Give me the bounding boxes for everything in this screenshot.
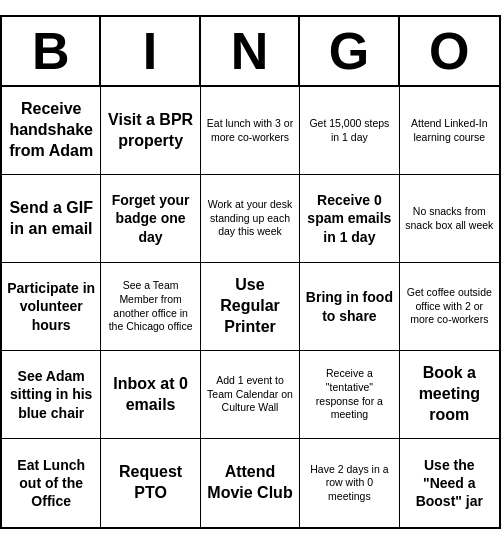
bingo-letter: O <box>400 17 499 85</box>
bingo-cell-5[interactable]: Attend Linked-In learning course <box>400 87 499 175</box>
bingo-cell-17[interactable]: Inbox at 0 emails <box>101 351 200 439</box>
bingo-cell-4[interactable]: Get 15,000 steps in 1 day <box>300 87 399 175</box>
bingo-cell-3[interactable]: Eat lunch with 3 or more co-workers <box>201 87 300 175</box>
bingo-cell-22[interactable]: Request PTO <box>101 439 200 527</box>
bingo-letter: N <box>201 17 300 85</box>
bingo-cell-18[interactable]: Add 1 event to Team Calendar on Culture … <box>201 351 300 439</box>
bingo-letter: G <box>300 17 399 85</box>
bingo-cell-12[interactable]: See a Team Member from another office in… <box>101 263 200 351</box>
bingo-cell-20[interactable]: Book a meeting room <box>400 351 499 439</box>
bingo-card: BINGO Receive handshake from AdamVisit a… <box>0 15 501 529</box>
bingo-cell-8[interactable]: Work at your desk standing up each day t… <box>201 175 300 263</box>
bingo-cell-14[interactable]: Bring in food to share <box>300 263 399 351</box>
bingo-cell-9[interactable]: Receive 0 spam emails in 1 day <box>300 175 399 263</box>
bingo-cell-13[interactable]: Use Regular Printer <box>201 263 300 351</box>
bingo-cell-7[interactable]: Forget your badge one day <box>101 175 200 263</box>
bingo-cell-23[interactable]: Attend Movie Club <box>201 439 300 527</box>
bingo-grid: Receive handshake from AdamVisit a BPR p… <box>2 87 499 527</box>
bingo-cell-16[interactable]: See Adam sitting in his blue chair <box>2 351 101 439</box>
bingo-cell-15[interactable]: Get coffee outside office with 2 or more… <box>400 263 499 351</box>
bingo-letter: B <box>2 17 101 85</box>
bingo-cell-6[interactable]: Send a GIF in an email <box>2 175 101 263</box>
bingo-letter: I <box>101 17 200 85</box>
bingo-cell-19[interactable]: Receive a "tentative" response for a mee… <box>300 351 399 439</box>
bingo-cell-10[interactable]: No snacks from snack box all week <box>400 175 499 263</box>
bingo-header: BINGO <box>2 17 499 87</box>
bingo-cell-2[interactable]: Visit a BPR property <box>101 87 200 175</box>
bingo-cell-25[interactable]: Use the "Need a Boost" jar <box>400 439 499 527</box>
bingo-cell-11[interactable]: Participate in volunteer hours <box>2 263 101 351</box>
bingo-cell-1[interactable]: Receive handshake from Adam <box>2 87 101 175</box>
bingo-cell-24[interactable]: Have 2 days in a row with 0 meetings <box>300 439 399 527</box>
bingo-cell-21[interactable]: Eat Lunch out of the Office <box>2 439 101 527</box>
